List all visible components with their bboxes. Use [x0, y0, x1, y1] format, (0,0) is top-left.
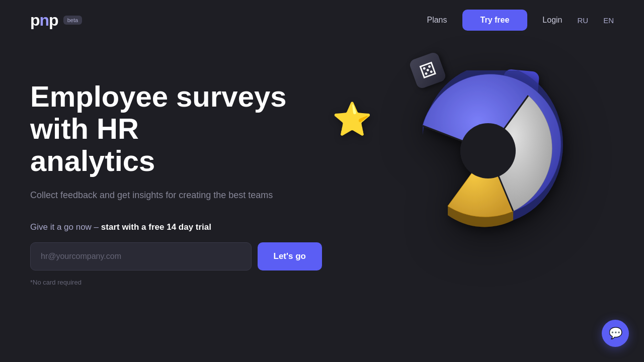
- logo: pnp: [30, 11, 58, 30]
- no-card-required-text: *No card required: [30, 279, 322, 286]
- hero-illustration: ⭐: [322, 60, 614, 362]
- nav-logo-area: pnp beta: [30, 11, 82, 30]
- pie-chart: [403, 70, 574, 241]
- email-form: Let's go: [30, 242, 322, 270]
- hero-subtitle: Collect feedback and get insights for cr…: [30, 189, 322, 202]
- try-free-button[interactable]: Try free: [462, 10, 528, 31]
- nav-links: Plans Try free Login RU EN: [427, 10, 614, 31]
- star-decoration: ⭐: [332, 101, 372, 138]
- cta-text: Give it a go now – start with a free 14 …: [30, 222, 322, 232]
- email-input[interactable]: [30, 242, 252, 270]
- navbar: pnp beta Plans Try free Login RU EN: [0, 0, 644, 40]
- chat-widget-icon: 💬: [609, 327, 622, 340]
- hero-left: Employee surveys with HR analytics Colle…: [30, 60, 322, 286]
- main-content: Employee surveys with HR analytics Colle…: [0, 40, 644, 362]
- chat-widget-button[interactable]: 💬: [602, 320, 629, 347]
- lang-ru-button[interactable]: RU: [577, 16, 588, 25]
- plans-link[interactable]: Plans: [427, 16, 447, 25]
- lang-en-button[interactable]: EN: [603, 16, 614, 25]
- lets-go-button[interactable]: Let's go: [258, 242, 323, 270]
- login-link[interactable]: Login: [542, 16, 562, 25]
- beta-badge: beta: [63, 16, 82, 25]
- hero-title: Employee surveys with HR analytics: [30, 80, 322, 176]
